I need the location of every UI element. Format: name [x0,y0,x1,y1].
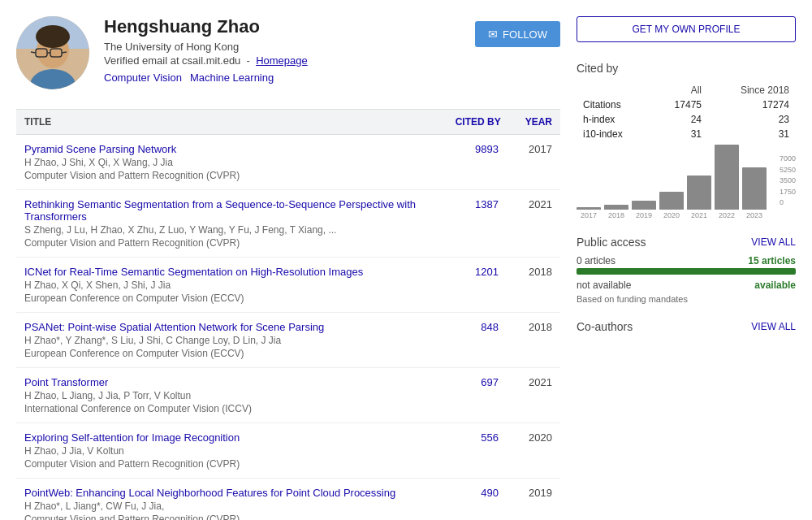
paper-year: 2021 [523,376,552,388]
stats-row: Citations 17475 17274 [577,98,796,112]
paper-entry: PointWeb: Enhancing Local Neighborhood F… [16,479,560,520]
paper-authors: S Zheng, J Lu, H Zhao, X Zhu, Z Luo, Y W… [24,224,455,236]
tag-cv[interactable]: Computer Vision [104,72,182,84]
bar-chart: 2017 2018 2019 2020 2021 2022 2023 [577,154,767,219]
bar [687,176,711,210]
paper-row: PointWeb: Enhancing Local Neighborhood F… [24,487,552,520]
svg-point-5 [36,25,70,48]
bar-group: 2021 [687,176,711,219]
stat-since: 17274 [708,98,796,112]
paper-year: 2019 [523,487,552,499]
bar [715,145,739,210]
stats-col-2: Since 2018 [708,83,796,98]
cited-by-section: Cited by All Since 2018 Citations 17475 … [577,62,796,219]
stat-label: Citations [577,98,651,112]
paper-stats: 1201 2018 [455,266,552,278]
public-access-view-all[interactable]: VIEW ALL [751,236,796,248]
bar-group: 2022 [715,145,739,219]
svg-line-9 [31,52,36,53]
paper-stats: 490 2019 [455,487,552,499]
not-available-count: 0 articles [577,255,615,266]
profile-email: Verified email at csail.mit.edu - Homepa… [104,54,460,67]
homepage-link[interactable]: Homepage [256,54,308,67]
paper-entry: Point Transformer H Zhao, L Jiang, J Jia… [16,368,560,423]
stat-all: 17475 [651,98,708,112]
paper-entry: ICNet for Real-Time Semantic Segmentatio… [16,258,560,313]
bar-year-label: 2017 [581,211,597,219]
year-col-header: YEAR [525,116,552,128]
cited-by-title: Cited by [577,62,796,75]
available-label: available [754,280,796,291]
paper-authors: H Zhao, L Jiang, J Jia, P Torr, V Koltun [24,390,455,401]
bar-year-label: 2019 [636,211,652,219]
paper-cited: 556 [481,431,499,444]
paper-venue: European Conference on Computer Vision (… [24,292,455,304]
access-description: Based on funding mandates [577,294,796,304]
access-values: 0 articles 15 articles [577,255,796,266]
follow-button[interactable]: ✉ FOLLOW [475,21,560,47]
paper-cited: 1387 [475,198,499,210]
bar [742,167,767,210]
stat-all: 31 [651,127,708,141]
paper-title[interactable]: Point Transformer [24,376,108,388]
bar-chart-wrapper: 2017 2018 2019 2020 2021 2022 2023 70005… [577,154,796,219]
public-access-section: Public access VIEW ALL 0 articles 15 art… [577,236,796,304]
paper-stats: 848 2018 [455,321,552,333]
bar-year-label: 2020 [663,211,680,219]
svg-line-10 [62,52,67,53]
paper-venue: Computer Vision and Pattern Recognition … [24,237,455,249]
get-profile-button[interactable]: GET MY OWN PROFILE [577,16,796,42]
profile-tags: Computer Vision Machine Learning [104,72,460,84]
paper-title[interactable]: Pyramid Scene Parsing Network [24,143,176,155]
right-panel: GET MY OWN PROFILE Cited by All Since 20… [577,16,796,520]
paper-title[interactable]: Rethinking Semantic Segmentation from a … [24,198,416,223]
y-axis-label: 0 [780,198,796,206]
paper-title[interactable]: PSANet: Point-wise Spatial Attention Net… [24,321,324,333]
bar-year-label: 2022 [719,211,735,219]
bar-group: 2017 [577,207,601,219]
co-authors-section: Co-authors VIEW ALL [577,320,796,333]
paper-title[interactable]: PointWeb: Enhancing Local Neighborhood F… [24,487,395,499]
paper-stats: 1387 2021 [455,198,552,210]
paper-venue: European Conference on Computer Vision (… [24,348,455,359]
y-axis-label: 1750 [780,188,796,196]
co-authors-view-all[interactable]: VIEW ALL [751,321,796,332]
paper-main: Rethinking Semantic Segmentation from a … [24,198,455,249]
paper-year: 2021 [523,198,552,210]
bar [632,201,656,210]
bar-group: 2018 [604,205,628,219]
paper-cited: 490 [481,487,499,499]
paper-main: PointWeb: Enhancing Local Neighborhood F… [24,487,455,520]
paper-venue: Computer Vision and Pattern Recognition … [24,458,455,470]
paper-row: Exploring Self-attention for Image Recog… [24,431,552,470]
paper-entry: Exploring Self-attention for Image Recog… [16,423,560,479]
paper-entry: Rethinking Semantic Segmentation from a … [16,190,560,258]
stats-table: All Since 2018 Citations 17475 17274 h-i… [577,83,796,141]
available-count: 15 articles [748,255,796,266]
access-bar [577,268,796,275]
paper-title[interactable]: Exploring Self-attention for Image Recog… [24,431,240,444]
paper-main: ICNet for Real-Time Semantic Segmentatio… [24,266,455,304]
paper-stats: 556 2020 [455,431,552,444]
paper-main: Point Transformer H Zhao, L Jiang, J Jia… [24,376,455,414]
access-bar-labels: not available available [577,280,796,291]
paper-authors: H Zhao*, L Jiang*, CW Fu, J Jia, [24,500,455,512]
left-panel: Hengshuang Zhao The University of Hong K… [16,16,560,520]
follow-icon: ✉ [488,28,498,41]
page-container: Hengshuang Zhao The University of Hong K… [16,16,796,520]
paper-authors: H Zhao, X Qi, X Shen, J Shi, J Jia [24,280,455,291]
email-prefix: Verified email at csail.mit.edu [104,54,240,67]
bar-year-label: 2018 [608,211,624,219]
tag-ml[interactable]: Machine Learning [190,72,274,84]
paper-stats: 9893 2017 [455,143,552,155]
title-col-header: TITLE [24,116,51,128]
paper-year: 2018 [523,321,552,333]
paper-venue: International Conference on Computer Vis… [24,403,455,414]
paper-authors: H Zhao, J Shi, X Qi, X Wang, J Jia [24,157,455,168]
stat-label: i10-index [577,127,651,141]
papers-list: Pyramid Scene Parsing Network H Zhao, J … [16,135,560,520]
paper-title[interactable]: ICNet for Real-Time Semantic Segmentatio… [24,266,363,278]
paper-row: Point Transformer H Zhao, L Jiang, J Jia… [24,376,552,414]
stat-all: 24 [651,112,708,127]
co-authors-header: Co-authors VIEW ALL [577,320,796,333]
